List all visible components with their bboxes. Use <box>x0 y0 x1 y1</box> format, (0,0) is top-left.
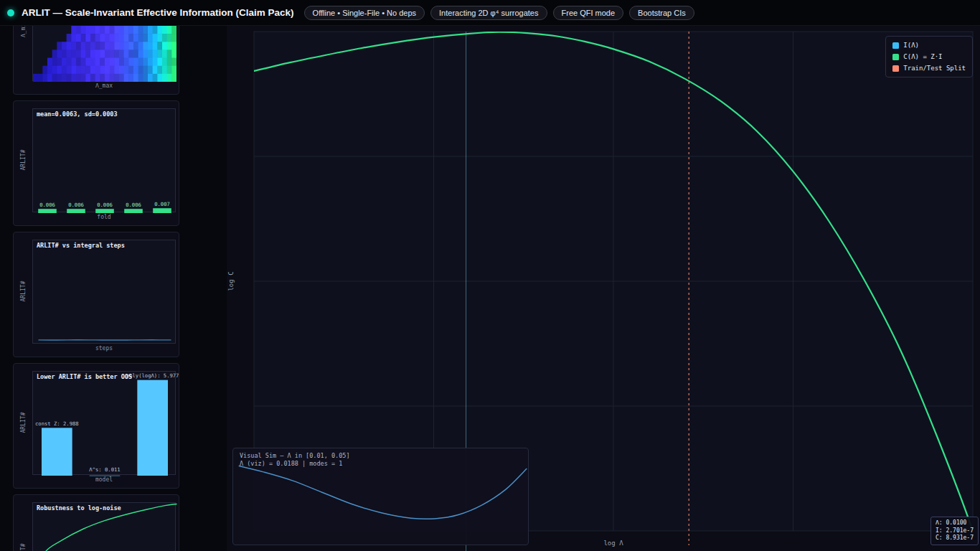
bar-value-label: 0.006 <box>97 202 113 208</box>
tooltip-c-value: C: 8.931e-7 <box>936 534 974 542</box>
panel-title: Lower ARLIT# is better OOS <box>37 373 132 380</box>
legend-item[interactable]: C(Λ) = Z·I <box>892 53 966 60</box>
panel-title: mean=0.0063, sd=0.0003 <box>37 110 118 118</box>
main-y-axis-label: log C <box>227 271 235 291</box>
bar <box>137 380 168 476</box>
visual-sim-inset: Visual Sim — Λ in [0.01, 0.05] Λ (viz) =… <box>232 448 529 545</box>
panel-plot: 0.0060.0060.0060.0060.007 <box>32 108 176 212</box>
inset-sim-curve <box>239 466 527 519</box>
panel-y-axis-label: ARLIT# <box>20 150 27 171</box>
inset-title-line1: Visual Sim — Λ in [0.01, 0.05] <box>240 452 350 460</box>
panel-title: Robustness to log-noise <box>37 504 121 512</box>
bar <box>95 209 114 213</box>
inset-title-line2: Λ (viz) = 0.0188 | modes = 1 <box>240 460 342 468</box>
bar-chart-svg: 0.0060.0060.0060.0060.007 <box>33 109 176 213</box>
panel-x-axis-label: steps <box>32 345 176 352</box>
app-root: ARLIT — Scale-Invariant Effective Inform… <box>0 0 980 551</box>
main-chart-area: log C log Λ I(Λ) C(Λ) = Z·I Train/Test S… <box>227 26 980 551</box>
sidebar-panel-noise-robustness: Robustness to log-noise ARLIT# <box>13 494 179 551</box>
header-pill: Interacting 2D φ⁴ surrogates <box>430 6 547 20</box>
panel-x-axis-label: model <box>32 476 176 483</box>
panel-x-axis-label: fold <box>32 214 176 220</box>
bar-value-label: 0.006 <box>126 202 141 208</box>
legend-swatch-icon <box>892 42 899 49</box>
sidebar: Λ_min Λ_max mean=0.0063, sd=0.0003 ARLIT… <box>0 0 227 551</box>
panel-plot <box>32 240 176 344</box>
app-logo-icon <box>7 9 14 17</box>
legend-item[interactable]: Train/Test Split <box>892 65 966 72</box>
legend-item[interactable]: I(Λ) <box>892 42 966 49</box>
panel-y-axis-label: ARLIT# <box>20 544 27 551</box>
bar <box>153 208 171 213</box>
bar-value-label: 0.006 <box>39 202 55 208</box>
panel-title: ARLIT# vs integral steps <box>37 242 125 249</box>
tooltip-i-value: I: 2.701e-7 <box>936 527 974 535</box>
line-chart-svg <box>33 240 176 344</box>
bar <box>42 428 72 476</box>
header-pill: Bootstrap CIs <box>629 6 694 20</box>
header-bar: ARLIT — Scale-Invariant Effective Inform… <box>0 0 980 26</box>
bar-value-label: Λ^s: 0.011 <box>89 466 120 473</box>
bar <box>38 209 57 213</box>
bar-chart-svg: const Z: 2.988Λ^s: 0.011poly(logΛ): 5.97… <box>33 372 176 476</box>
legend: I(Λ) C(Λ) = Z·I Train/Test Split <box>885 36 973 77</box>
app-title: ARLIT — Scale-Invariant Effective Inform… <box>22 7 294 18</box>
sidebar-panel-model-comparison: Lower ARLIT# is better OOS ARLIT# const … <box>13 363 179 489</box>
panel-y-axis-label: ARLIT# <box>20 413 27 433</box>
legend-label: C(Λ) = Z·I <box>903 53 942 60</box>
legend-swatch-icon <box>892 54 899 60</box>
bar-value-label: poly(logΛ): 5.977 <box>126 372 179 379</box>
panel-x-axis-label: Λ_max <box>32 83 176 89</box>
tooltip-lambda-value: Λ: 0.0100 <box>936 519 974 527</box>
legend-swatch-icon <box>892 65 899 72</box>
header-pill: Offline • Single-File • No deps <box>304 6 425 20</box>
readout-tooltip: Λ: 0.0100 I: 2.701e-7 C: 8.931e-7 <box>930 517 979 545</box>
panel-plot: const Z: 2.988Λ^s: 0.011poly(logΛ): 5.97… <box>32 371 176 475</box>
panel-y-axis-label: ARLIT# <box>20 281 27 302</box>
sidebar-panel-fold-stability: mean=0.0063, sd=0.0003 ARLIT# 0.0060.006… <box>13 100 179 226</box>
bar-value-label: 0.006 <box>68 202 84 208</box>
legend-label: I(Λ) <box>903 42 919 49</box>
bar <box>124 209 143 213</box>
main-x-axis-label: log Λ <box>603 540 623 547</box>
header-pill: Free QFI mode <box>553 6 624 20</box>
sidebar-panel-integral-steps: ARLIT# vs integral steps ARLIT# steps <box>13 232 179 357</box>
bar-value-label: 0.007 <box>154 201 170 207</box>
header-badges: Offline • Single-File • No depsInteracti… <box>304 6 694 20</box>
bar-value-label: const Z: 2.988 <box>35 420 79 427</box>
bar <box>67 209 85 213</box>
legend-label: Train/Test Split <box>903 65 966 72</box>
